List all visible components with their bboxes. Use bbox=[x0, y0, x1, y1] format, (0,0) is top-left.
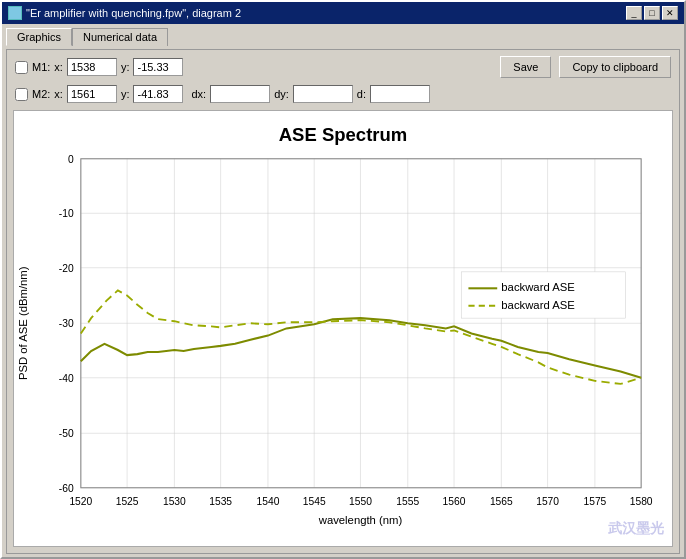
minimize-button[interactable]: _ bbox=[626, 6, 642, 20]
m2-checkbox[interactable] bbox=[15, 88, 28, 101]
m2-x-input[interactable] bbox=[67, 85, 117, 103]
tab-graphics[interactable]: Graphics bbox=[6, 28, 72, 46]
svg-text:1545: 1545 bbox=[303, 496, 326, 507]
svg-text:1565: 1565 bbox=[490, 496, 513, 507]
copy-to-clipboard-button[interactable]: Copy to clipboard bbox=[559, 56, 671, 78]
main-window: "Er amplifier with quenching.fpw", diagr… bbox=[0, 0, 686, 559]
save-button[interactable]: Save bbox=[500, 56, 551, 78]
tab-bar: Graphics Numerical data bbox=[6, 28, 680, 46]
title-bar: "Er amplifier with quenching.fpw", diagr… bbox=[2, 2, 684, 24]
dx-dy-section: dx: dy: d: bbox=[191, 85, 430, 103]
svg-text:1540: 1540 bbox=[257, 496, 280, 507]
svg-rect-0 bbox=[14, 113, 672, 545]
chart-area: ASE Spectrum bbox=[13, 110, 673, 547]
title-bar-buttons: _ □ ✕ bbox=[626, 6, 678, 20]
svg-text:-60: -60 bbox=[59, 483, 74, 494]
svg-text:-20: -20 bbox=[59, 263, 74, 274]
m1-x-input[interactable] bbox=[67, 58, 117, 76]
window-title: "Er amplifier with quenching.fpw", diagr… bbox=[26, 7, 241, 19]
title-bar-left: "Er amplifier with quenching.fpw", diagr… bbox=[8, 6, 241, 20]
svg-text:backward ASE: backward ASE bbox=[501, 281, 575, 293]
maximize-button[interactable]: □ bbox=[644, 6, 660, 20]
marker2-row: M2: x: y: bbox=[15, 85, 183, 103]
chart-title: ASE Spectrum bbox=[279, 124, 408, 145]
svg-text:1555: 1555 bbox=[396, 496, 419, 507]
svg-text:1525: 1525 bbox=[116, 496, 139, 507]
svg-text:1575: 1575 bbox=[583, 496, 606, 507]
close-button[interactable]: ✕ bbox=[662, 6, 678, 20]
y-axis-label: PSD of ASE (dBm/nm) bbox=[17, 266, 29, 380]
x-axis-label: wavelength (nm) bbox=[318, 514, 403, 526]
svg-text:1530: 1530 bbox=[163, 496, 186, 507]
svg-text:1570: 1570 bbox=[536, 496, 559, 507]
svg-text:-10: -10 bbox=[59, 208, 74, 219]
dx-input[interactable] bbox=[210, 85, 270, 103]
svg-rect-42 bbox=[461, 272, 626, 318]
tab-numerical-data[interactable]: Numerical data bbox=[72, 28, 168, 46]
m1-checkbox[interactable] bbox=[15, 61, 28, 74]
svg-text:-40: -40 bbox=[59, 373, 74, 384]
svg-text:1535: 1535 bbox=[209, 496, 232, 507]
chart-svg: ASE Spectrum bbox=[14, 111, 672, 546]
svg-text:-30: -30 bbox=[59, 318, 74, 329]
d-input[interactable] bbox=[370, 85, 430, 103]
m1-y-input[interactable] bbox=[133, 58, 183, 76]
m2-y-input[interactable] bbox=[133, 85, 183, 103]
svg-text:backward ASE: backward ASE bbox=[501, 299, 575, 311]
svg-text:0: 0 bbox=[68, 154, 74, 165]
svg-text:1580: 1580 bbox=[630, 496, 653, 507]
dy-input[interactable] bbox=[293, 85, 353, 103]
svg-text:1560: 1560 bbox=[443, 496, 466, 507]
tab-panel: M1: x: y: Save Copy to clipboard M2: x: … bbox=[6, 49, 680, 554]
svg-text:1550: 1550 bbox=[349, 496, 372, 507]
svg-text:-50: -50 bbox=[59, 428, 74, 439]
window-content: Graphics Numerical data M1: x: y: Save C bbox=[2, 24, 684, 558]
svg-text:1520: 1520 bbox=[69, 496, 92, 507]
window-icon bbox=[8, 6, 22, 20]
marker1-row: M1: x: y: bbox=[15, 58, 183, 76]
